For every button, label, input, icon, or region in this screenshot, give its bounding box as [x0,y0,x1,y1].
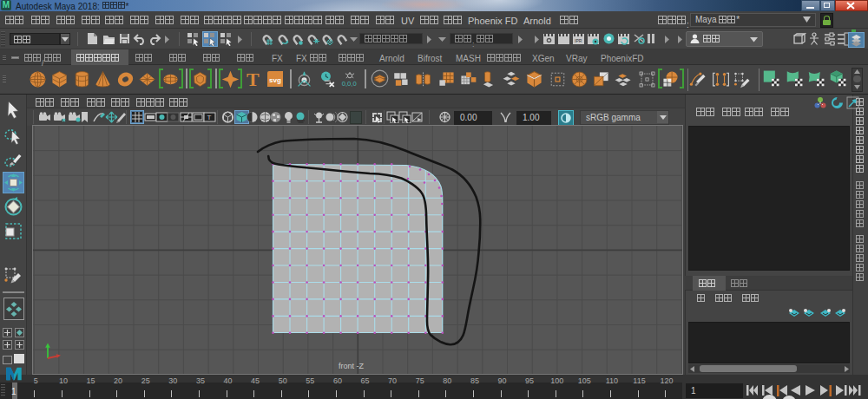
svg-text:IPR: IPR [575,38,582,43]
svg-text:0,0,0: 0,0,0 [342,80,357,88]
svg-text:svg: svg [269,76,281,84]
svg-text:T: T [207,114,212,121]
